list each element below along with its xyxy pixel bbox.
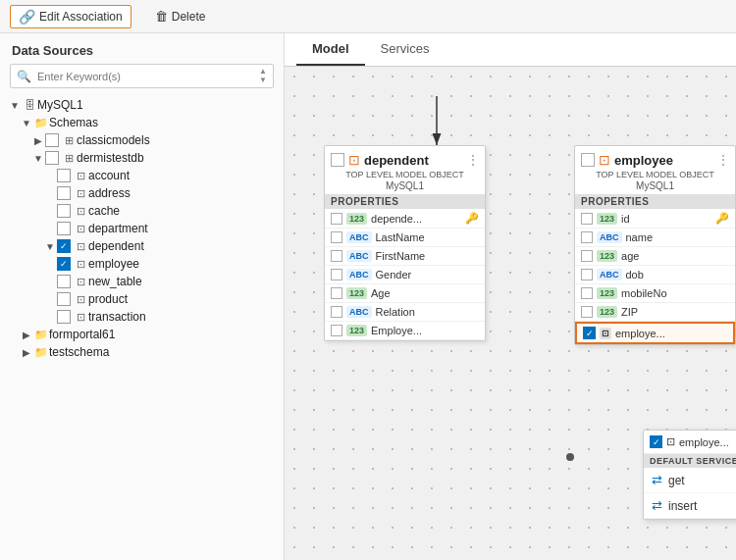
search-arrows: ▲ ▼ xyxy=(259,68,267,84)
delete-button[interactable]: 🗑 Delete xyxy=(147,6,214,26)
employee-card: ⊡ employee ⋮ TOP LEVEL MODEL OBJECT MySQ… xyxy=(574,145,736,345)
dep-prop-2-checkbox[interactable] xyxy=(331,250,342,262)
dep-prop-2-type: ABC xyxy=(346,250,372,262)
schema-formportal-icon: 📁 xyxy=(33,329,49,341)
dep-prop-4-name: Age xyxy=(371,287,479,299)
tree-item-address[interactable]: ⊡ address xyxy=(0,184,284,202)
classicmodels-label: classicmodels xyxy=(77,133,150,147)
edit-association-button[interactable]: 🔗 Edit Association xyxy=(10,5,131,28)
tree-item-testschema[interactable]: ▶ 📁 testschema xyxy=(0,343,284,361)
tree-item-department[interactable]: ⊡ department xyxy=(0,220,284,237)
emp-prop-6[interactable]: ✓ ⊡ employe... xyxy=(575,322,735,344)
dep-prop-3[interactable]: ABC Gender xyxy=(325,266,485,284)
employee-card-checkbox[interactable] xyxy=(581,153,595,167)
emp-prop-0-checkbox[interactable] xyxy=(581,213,593,225)
checkbox-employee[interactable]: ✓ xyxy=(57,257,71,271)
tab-services[interactable]: Services xyxy=(365,33,446,66)
tree-item-transaction[interactable]: ⊡ transaction xyxy=(0,308,284,326)
service-get[interactable]: ⇄ get xyxy=(644,468,736,493)
emp-prop-6-name: employe... xyxy=(615,328,727,339)
chevron-formportal61: ▶ xyxy=(20,330,33,340)
table-department-icon: ⊡ xyxy=(73,223,88,235)
emp-prop-5-checkbox[interactable] xyxy=(581,306,593,318)
checkbox-new-table[interactable] xyxy=(57,275,71,288)
dependent-card-title: dependent xyxy=(364,153,463,168)
emp-prop-6-checkbox[interactable]: ✓ xyxy=(583,327,596,339)
emp-prop-1[interactable]: ABC name xyxy=(575,229,735,247)
dep-prop-5[interactable]: ABC Relation xyxy=(325,303,485,322)
dep-prop-2[interactable]: ABC FirstName xyxy=(325,247,485,266)
chevron-dermistestdb: ▼ xyxy=(31,153,45,164)
canvas: 1:n ⊡ dependent ⋮ TOP LEVEL MODEL OBJECT… xyxy=(285,67,736,560)
checkbox-cache[interactable] xyxy=(57,204,71,218)
service-popup-checkbox[interactable]: ✓ xyxy=(650,435,662,448)
tree-container: ▼ 🗄 MySQL1 ▼ 📁 Schemas ▶ ⊞ classicmodels… xyxy=(0,96,284,560)
table-transaction-icon: ⊡ xyxy=(73,311,88,324)
checkbox-dependent[interactable]: ✓ xyxy=(57,239,71,253)
employee-card-menu[interactable]: ⋮ xyxy=(717,153,729,167)
account-label: account xyxy=(88,169,130,182)
emp-prop-3[interactable]: ABC dob xyxy=(575,266,735,284)
tree-item-new-table[interactable]: ⊡ new_table xyxy=(0,273,284,290)
tree-item-dependent[interactable]: ▼ ✓ ⊡ dependent xyxy=(0,237,284,255)
dep-prop-5-checkbox[interactable] xyxy=(331,306,342,318)
checkbox-dermistestdb[interactable] xyxy=(45,151,59,165)
tree-item-mysql1[interactable]: ▼ 🗄 MySQL1 xyxy=(0,96,284,114)
chevron-classicmodels: ▶ xyxy=(31,135,45,146)
checkbox-transaction[interactable] xyxy=(57,310,71,324)
tab-model[interactable]: Model xyxy=(296,33,365,66)
emp-prop-0-key: 🔑 xyxy=(715,212,729,225)
tree-item-account[interactable]: ⊡ account xyxy=(0,167,284,184)
datasources-title: Data Sources xyxy=(0,33,284,64)
emp-prop-4-checkbox[interactable] xyxy=(581,287,593,299)
dep-prop-3-checkbox[interactable] xyxy=(331,269,342,280)
tree-item-classicmodels[interactable]: ▶ ⊞ classicmodels xyxy=(0,131,284,149)
dep-prop-1-checkbox[interactable] xyxy=(331,231,342,243)
get-icon: ⇄ xyxy=(652,473,662,487)
emp-prop-2-checkbox[interactable] xyxy=(581,250,593,262)
tabs-bar: Model Services xyxy=(285,33,736,67)
checkbox-address[interactable] xyxy=(57,186,71,200)
emp-prop-4[interactable]: 123 mobileNo xyxy=(575,284,735,303)
dep-prop-4-checkbox[interactable] xyxy=(331,287,342,299)
employee-card-header: ⊡ employee ⋮ xyxy=(575,146,735,170)
table-new-icon: ⊡ xyxy=(73,276,88,288)
emp-prop-3-checkbox[interactable] xyxy=(581,269,593,280)
dependent-card-checkbox[interactable] xyxy=(331,153,344,167)
checkbox-product[interactable] xyxy=(57,292,71,306)
right-panel: Model Services 1:n xyxy=(285,33,736,560)
emp-prop-1-checkbox[interactable] xyxy=(581,231,593,243)
dep-prop-0-checkbox[interactable] xyxy=(331,213,342,225)
emp-prop-0[interactable]: 123 id 🔑 xyxy=(575,209,735,229)
tree-item-formportal61[interactable]: ▶ 📁 formportal61 xyxy=(0,326,284,343)
dep-prop-6-checkbox[interactable] xyxy=(331,325,342,336)
chevron-mysql1: ▼ xyxy=(8,100,22,111)
get-label: get xyxy=(668,474,685,487)
db-icon: 🗄 xyxy=(22,99,37,111)
tree-item-employee[interactable]: ✓ ⊡ employee xyxy=(0,255,284,273)
emp-prop-3-type: ABC xyxy=(597,269,622,280)
checkbox-classicmodels[interactable] xyxy=(45,133,59,147)
tree-item-dermistestdb[interactable]: ▼ ⊞ dermistestdb xyxy=(0,149,284,167)
arrow-up-icon[interactable]: ▲ xyxy=(259,68,267,76)
dep-prop-4[interactable]: 123 Age xyxy=(325,284,485,303)
emp-prop-5[interactable]: 123 ZIP xyxy=(575,303,735,322)
checkbox-account[interactable] xyxy=(57,169,71,182)
checkbox-department[interactable] xyxy=(57,222,71,235)
dep-prop-6[interactable]: 123 Employe... xyxy=(325,322,485,340)
edit-icon: 🔗 xyxy=(19,9,35,25)
search-input[interactable] xyxy=(37,71,253,82)
tree-item-schemas[interactable]: ▼ 📁 Schemas xyxy=(0,114,284,131)
emp-prop-4-type: 123 xyxy=(597,287,617,299)
tree-item-cache[interactable]: ⊡ cache xyxy=(0,202,284,220)
schemas-label: Schemas xyxy=(49,116,98,129)
arrow-down-icon[interactable]: ▼ xyxy=(259,76,267,84)
dep-prop-0[interactable]: 123 depende... 🔑 xyxy=(325,209,485,229)
tree-item-product[interactable]: ⊡ product xyxy=(0,290,284,308)
table-address-icon: ⊡ xyxy=(73,187,88,200)
dependent-card-menu[interactable]: ⋮ xyxy=(467,153,479,167)
main-layout: Data Sources 🔍 ▲ ▼ ▼ 🗄 MySQL1 ▼ 📁 Schema… xyxy=(0,33,736,560)
emp-prop-2[interactable]: 123 age xyxy=(575,247,735,266)
service-insert[interactable]: ⇄ insert xyxy=(644,493,736,519)
dep-prop-1[interactable]: ABC LastName xyxy=(325,229,485,247)
